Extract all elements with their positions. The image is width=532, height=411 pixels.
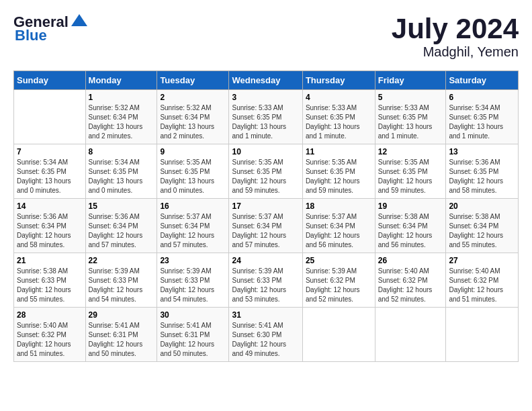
page-header: General Blue July 2024 Madghil, Yemen: [13, 13, 519, 60]
header-friday: Friday: [375, 71, 446, 90]
day-info: Sunrise: 5:38 AMSunset: 6:34 PMDaylight:…: [449, 212, 515, 250]
day-number: 6: [449, 93, 515, 102]
day-number: 15: [89, 201, 154, 211]
calendar-cell: 21Sunrise: 5:38 AMSunset: 6:33 PMDayligh…: [14, 253, 86, 308]
calendar-cell: 17Sunrise: 5:37 AMSunset: 6:34 PMDayligh…: [229, 199, 302, 253]
day-info: Sunrise: 5:32 AMSunset: 6:34 PMDaylight:…: [160, 103, 226, 141]
day-info: Sunrise: 5:35 AMSunset: 6:35 PMDaylight:…: [378, 158, 443, 195]
logo-icon: [70, 11, 89, 30]
day-number: 28: [17, 310, 83, 320]
day-info: Sunrise: 5:33 AMSunset: 6:35 PMDaylight:…: [378, 103, 443, 141]
calendar-cell: 5Sunrise: 5:33 AMSunset: 6:35 PMDaylight…: [375, 90, 446, 144]
calendar-cell: 6Sunrise: 5:34 AMSunset: 6:35 PMDaylight…: [446, 90, 519, 144]
calendar-cell: 12Sunrise: 5:35 AMSunset: 6:35 PMDayligh…: [375, 144, 446, 199]
day-info: Sunrise: 5:39 AMSunset: 6:33 PMDaylight:…: [232, 267, 299, 304]
day-number: 30: [160, 310, 226, 320]
header-wednesday: Wednesday: [229, 71, 302, 90]
header-tuesday: Tuesday: [157, 71, 229, 90]
calendar-location: Madghil, Yemen: [392, 44, 519, 60]
calendar-cell: 4Sunrise: 5:33 AMSunset: 6:35 PMDaylight…: [302, 90, 375, 144]
day-number: 1: [89, 93, 154, 102]
calendar-cell: 24Sunrise: 5:39 AMSunset: 6:33 PMDayligh…: [229, 253, 302, 308]
calendar-cell: [375, 308, 446, 362]
calendar-header: SundayMondayTuesdayWednesdayThursdayFrid…: [14, 71, 519, 90]
week-row-1: 1Sunrise: 5:32 AMSunset: 6:34 PMDaylight…: [14, 90, 519, 144]
calendar-cell: 30Sunrise: 5:41 AMSunset: 6:31 PMDayligh…: [157, 308, 229, 362]
day-info: Sunrise: 5:41 AMSunset: 6:31 PMDaylight:…: [89, 321, 154, 359]
calendar-cell: [302, 308, 375, 362]
calendar-cell: 8Sunrise: 5:34 AMSunset: 6:35 PMDaylight…: [85, 144, 157, 199]
svg-marker-0: [71, 14, 87, 26]
day-info: Sunrise: 5:39 AMSunset: 6:32 PMDaylight:…: [306, 267, 372, 304]
day-info: Sunrise: 5:36 AMSunset: 6:34 PMDaylight:…: [17, 212, 83, 250]
calendar-body: 1Sunrise: 5:32 AMSunset: 6:34 PMDaylight…: [14, 90, 519, 362]
day-number: 26: [378, 256, 443, 265]
calendar-cell: 29Sunrise: 5:41 AMSunset: 6:31 PMDayligh…: [85, 308, 157, 362]
day-number: 20: [449, 201, 515, 211]
calendar-cell: 25Sunrise: 5:39 AMSunset: 6:32 PMDayligh…: [302, 253, 375, 308]
day-info: Sunrise: 5:38 AMSunset: 6:34 PMDaylight:…: [378, 212, 443, 250]
day-info: Sunrise: 5:34 AMSunset: 6:35 PMDaylight:…: [17, 158, 83, 195]
day-number: 19: [378, 201, 443, 211]
day-number: 9: [160, 147, 226, 156]
day-info: Sunrise: 5:38 AMSunset: 6:33 PMDaylight:…: [17, 267, 83, 304]
calendar-cell: 14Sunrise: 5:36 AMSunset: 6:34 PMDayligh…: [14, 199, 86, 253]
day-info: Sunrise: 5:35 AMSunset: 6:35 PMDaylight:…: [306, 158, 372, 195]
day-info: Sunrise: 5:37 AMSunset: 6:34 PMDaylight:…: [160, 212, 226, 250]
day-info: Sunrise: 5:33 AMSunset: 6:35 PMDaylight:…: [232, 103, 299, 141]
day-info: Sunrise: 5:40 AMSunset: 6:32 PMDaylight:…: [378, 267, 443, 304]
calendar-cell: 22Sunrise: 5:39 AMSunset: 6:33 PMDayligh…: [85, 253, 157, 308]
calendar-cell: 20Sunrise: 5:38 AMSunset: 6:34 PMDayligh…: [446, 199, 519, 253]
calendar-cell: 10Sunrise: 5:35 AMSunset: 6:35 PMDayligh…: [229, 144, 302, 199]
calendar-cell: 28Sunrise: 5:40 AMSunset: 6:32 PMDayligh…: [14, 308, 86, 362]
day-number: 23: [160, 256, 226, 265]
calendar-cell: [14, 90, 86, 144]
calendar-table: SundayMondayTuesdayWednesdayThursdayFrid…: [13, 71, 519, 362]
day-info: Sunrise: 5:40 AMSunset: 6:32 PMDaylight:…: [449, 267, 515, 304]
day-info: Sunrise: 5:36 AMSunset: 6:35 PMDaylight:…: [449, 158, 515, 195]
day-info: Sunrise: 5:39 AMSunset: 6:33 PMDaylight:…: [160, 267, 226, 304]
day-number: 31: [232, 310, 299, 320]
day-number: 29: [89, 310, 154, 320]
day-number: 12: [378, 147, 443, 156]
day-info: Sunrise: 5:33 AMSunset: 6:35 PMDaylight:…: [306, 103, 372, 141]
day-info: Sunrise: 5:35 AMSunset: 6:35 PMDaylight:…: [232, 158, 299, 195]
week-row-3: 14Sunrise: 5:36 AMSunset: 6:34 PMDayligh…: [14, 199, 519, 253]
calendar-month-year: July 2024: [392, 13, 519, 44]
header-thursday: Thursday: [302, 71, 375, 90]
day-number: 8: [89, 147, 154, 156]
header-row: SundayMondayTuesdayWednesdayThursdayFrid…: [14, 71, 519, 90]
day-number: 4: [306, 93, 372, 102]
calendar-cell: 15Sunrise: 5:36 AMSunset: 6:34 PMDayligh…: [85, 199, 157, 253]
day-info: Sunrise: 5:34 AMSunset: 6:35 PMDaylight:…: [89, 158, 154, 195]
logo-blue: Blue: [15, 27, 47, 44]
day-number: 5: [378, 93, 443, 102]
day-number: 25: [306, 256, 372, 265]
calendar-cell: [446, 308, 519, 362]
week-row-4: 21Sunrise: 5:38 AMSunset: 6:33 PMDayligh…: [14, 253, 519, 308]
day-number: 22: [89, 256, 154, 265]
calendar-cell: 27Sunrise: 5:40 AMSunset: 6:32 PMDayligh…: [446, 253, 519, 308]
calendar-cell: 2Sunrise: 5:32 AMSunset: 6:34 PMDaylight…: [157, 90, 229, 144]
day-number: 13: [449, 147, 515, 156]
day-number: 21: [17, 256, 83, 265]
day-info: Sunrise: 5:37 AMSunset: 6:34 PMDaylight:…: [306, 212, 372, 250]
day-info: Sunrise: 5:37 AMSunset: 6:34 PMDaylight:…: [232, 212, 299, 250]
day-number: 18: [306, 201, 372, 211]
header-monday: Monday: [85, 71, 157, 90]
calendar-cell: 7Sunrise: 5:34 AMSunset: 6:35 PMDaylight…: [14, 144, 86, 199]
day-number: 3: [232, 93, 299, 102]
day-number: 2: [160, 93, 226, 102]
day-info: Sunrise: 5:34 AMSunset: 6:35 PMDaylight:…: [449, 103, 515, 141]
day-info: Sunrise: 5:32 AMSunset: 6:34 PMDaylight:…: [89, 103, 154, 141]
day-info: Sunrise: 5:39 AMSunset: 6:33 PMDaylight:…: [89, 267, 154, 304]
calendar-cell: 19Sunrise: 5:38 AMSunset: 6:34 PMDayligh…: [375, 199, 446, 253]
calendar-cell: 9Sunrise: 5:35 AMSunset: 6:35 PMDaylight…: [157, 144, 229, 199]
calendar-cell: 11Sunrise: 5:35 AMSunset: 6:35 PMDayligh…: [302, 144, 375, 199]
day-number: 27: [449, 256, 515, 265]
calendar-cell: 1Sunrise: 5:32 AMSunset: 6:34 PMDaylight…: [85, 90, 157, 144]
day-number: 11: [306, 147, 372, 156]
week-row-5: 28Sunrise: 5:40 AMSunset: 6:32 PMDayligh…: [14, 308, 519, 362]
header-saturday: Saturday: [446, 71, 519, 90]
header-sunday: Sunday: [14, 71, 86, 90]
